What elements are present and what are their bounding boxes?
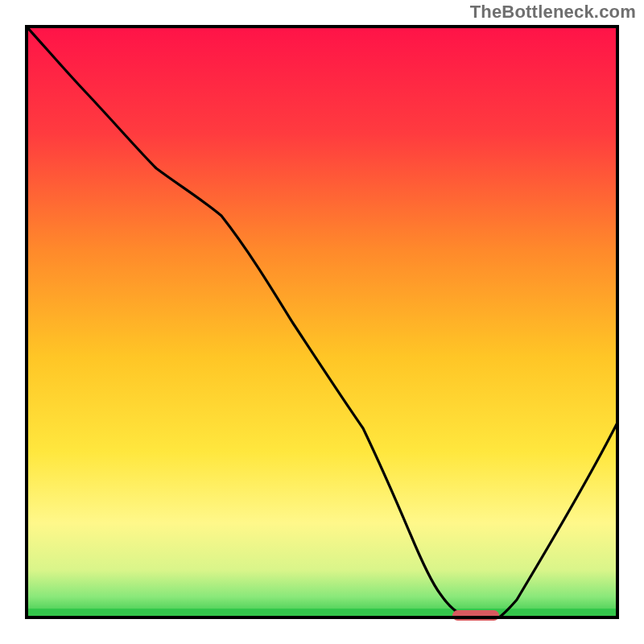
gradient-background bbox=[27, 27, 617, 617]
optimal-marker bbox=[452, 610, 499, 621]
bottleneck-chart bbox=[0, 0, 644, 644]
attribution-watermark: TheBottleneck.com bbox=[470, 2, 636, 23]
chart-container: TheBottleneck.com bbox=[0, 0, 644, 644]
